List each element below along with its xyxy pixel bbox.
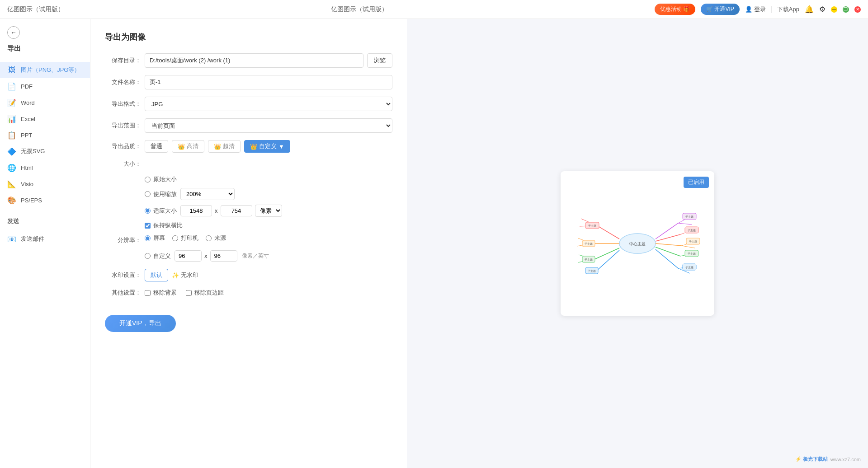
sidebar-item-html[interactable]: 🌐 Html [0,159,90,176]
preview-enabled-btn[interactable]: 已启用 [684,177,709,188]
res-print-radio[interactable] [172,235,178,241]
login-button[interactable]: 👤 登录 [745,5,766,14]
star-icon: ✨ [172,272,179,279]
bottom-logo: ⚡ 极光下载站 [795,456,828,463]
back-button[interactable]: ← [0,26,90,44]
app-title: 亿图图示（试用版） [331,5,388,13]
keep-ratio-checkbox[interactable] [145,223,151,229]
res-custom-label[interactable]: 自定义 [145,252,171,260]
promo-button[interactable]: 优惠活动 🎁 [655,4,695,15]
res-custom-radio[interactable] [145,253,151,259]
email-icon: 📧 [7,234,16,243]
watermark-row: 水印设置： 默认 ✨ 无水印 [105,269,392,281]
settings-icon[interactable]: ⚙ [819,5,826,14]
quality-normal-btn[interactable]: 普通 [145,140,168,153]
res-source-label[interactable]: 来源 [206,234,226,242]
filename-row: 文件名称： [105,75,392,89]
res-x-input[interactable] [175,250,202,262]
export-title: 导出为图像 [105,32,392,42]
sidebar-item-image[interactable]: 🖼 图片（PNG、JPG等） [0,62,90,78]
zoom-size-radio[interactable] [145,191,151,197]
quality-uhd-btn[interactable]: 👑 超清 [208,140,241,153]
svg-line-7 [656,234,680,241]
zoom-select[interactable]: 200% 50% 100% 150% 300% [180,188,235,200]
remove-bg-label[interactable]: 移除背景 [145,289,177,297]
remove-bg-checkbox[interactable] [145,290,151,296]
quality-row: 导出品质： 普通 👑 高清 👑 超清 👑 自定义 ▼ [105,140,392,153]
sidebar-item-svg[interactable]: 🔷 无损SVG [0,143,90,159]
res-y-input[interactable] [210,250,237,262]
export-menu: 🖼 图片（PNG、JPG等） 📄 PDF 📝 Word 📊 Excel 📋 PP… [0,58,90,212]
bell-icon[interactable]: 🔔 [805,5,814,14]
res-source-radio[interactable] [206,235,212,241]
watermark-default-btn[interactable]: 默认 [145,269,168,281]
range-row: 导出范围： 当前页面 所有页面 选中图形 [105,118,392,133]
svg-text:子主题: 子主题 [689,240,697,243]
sidebar-item-visio[interactable]: 📐 Visio [0,176,90,192]
sidebar-item-pdf[interactable]: 📄 PDF [0,78,90,94]
content-area: 导出为图像 保存目录： 浏览 文件名称： 导出格式： JPG PNG BMP T… [90,19,868,468]
close-button[interactable]: ✕ [854,6,861,13]
svg-text:子主题: 子主题 [588,224,596,227]
format-row: 导出格式： JPG PNG BMP TIFF GIF [105,97,392,111]
svg-text:子主题: 子主题 [685,266,693,269]
adapt-radio-label[interactable]: 适应大小 [145,207,177,215]
minimize-button[interactable]: — [831,6,837,13]
range-select[interactable]: 当前页面 所有页面 选中图形 [145,118,392,133]
svg-line-9 [656,247,680,256]
crown-icon2: 👑 [214,143,221,150]
sidebar-item-excel[interactable]: 📊 Excel [0,111,90,127]
unit-select[interactable]: 像素 英寸 毫米 [255,205,282,217]
export-section-title: 导出 [0,44,90,58]
res-print-label[interactable]: 打印机 [172,234,198,242]
res-unit-label: 像素／英寸 [242,252,269,260]
dropdown-icon: ▼ [278,143,284,150]
res-separator: x [204,253,208,259]
remove-margin-checkbox[interactable] [186,290,192,296]
format-label: 导出格式： [105,100,141,108]
bottom-website: www.xz7.com [830,457,861,462]
sidebar-item-pseps[interactable]: 🎨 PS/EPS [0,192,90,208]
zoom-size-row: 使用缩放 200% 50% 100% 150% 300% [145,188,392,200]
height-input[interactable] [221,205,252,216]
download-app-link[interactable]: 下载App [777,5,799,14]
filename-input[interactable] [145,75,392,89]
sidebar-item-word[interactable]: 📝 Word [0,94,90,111]
sidebar-wide: ← 导出 🖼 图片（PNG、JPG等） 📄 PDF 📝 Word 📊 Excel [0,19,90,468]
sidebar-item-email[interactable]: 📧 发送邮件 [0,231,90,247]
svg-line-10 [656,249,678,268]
quality-hd-btn[interactable]: 👑 高清 [172,140,204,153]
width-input[interactable] [180,205,212,216]
keep-ratio-label[interactable]: 保持纵横比 [145,221,183,229]
original-size-radio[interactable] [145,177,151,183]
save-path-input[interactable] [145,53,363,68]
zoom-radio-label[interactable]: 使用缩放 [145,190,177,198]
browse-button[interactable]: 浏览 [367,53,392,68]
format-select[interactable]: JPG PNG BMP TIFF GIF [145,97,392,111]
remove-margin-label[interactable]: 移除页边距 [186,289,224,297]
image-icon: 🖼 [7,66,16,75]
resolution-label: 分辨率： [105,236,141,244]
filename-label: 文件名称： [105,78,141,86]
adapt-size-radio[interactable] [145,208,151,214]
restore-button[interactable]: ❐ [843,6,849,13]
watermark-none-btn[interactable]: ✨ 无水印 [172,271,198,279]
original-size-label[interactable]: 原始大小 [145,175,177,183]
quality-custom-btn[interactable]: 👑 自定义 ▼ [244,140,290,153]
titlebar-left: 亿图图示（试用版） [7,5,64,14]
vip-button[interactable]: 🛒 开通VIP [701,4,740,15]
sidebar-item-ppt[interactable]: 📋 PPT [0,127,90,143]
html-icon: 🌐 [7,163,16,172]
crown-icon: 👑 [178,143,185,150]
size-separator: x [215,207,218,214]
svg-icon: 🔷 [7,147,16,156]
titlebar-center: 亿图图示（试用版） [331,5,388,14]
res-screen-radio[interactable] [145,235,151,241]
quality-label: 导出品质： [105,142,141,150]
res-custom-row: 自定义 x 像素／英寸 [145,250,392,262]
crown-icon3: 👑 [250,143,257,150]
res-screen-label[interactable]: 屏幕 [145,234,165,242]
resolution-options: 屏幕 打印机 来源 [145,234,226,242]
save-path-label: 保存目录： [105,56,141,65]
export-button[interactable]: 开通VIP，导出 [105,315,176,332]
